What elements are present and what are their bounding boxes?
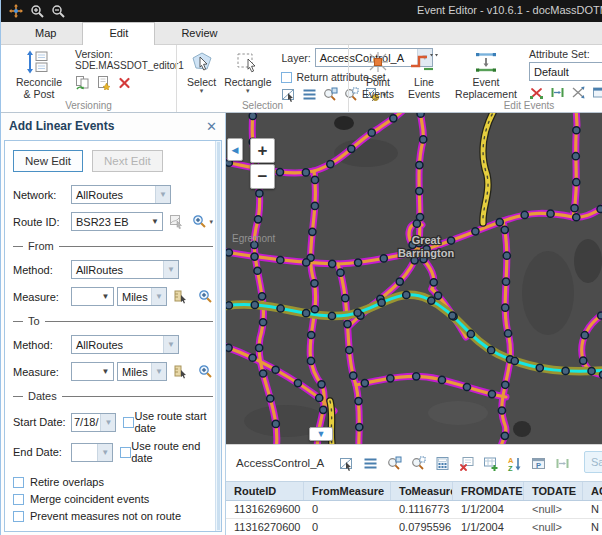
chevron-down-icon: ▼ xyxy=(98,288,113,305)
chevron-down-icon: ▼ xyxy=(155,186,170,203)
delete-version-icon[interactable] xyxy=(117,75,132,90)
reconcile-icon[interactable] xyxy=(75,75,90,90)
collapse-table-button[interactable]: ▼ xyxy=(309,427,333,441)
to-unit-dropdown[interactable]: Miles ▼ xyxy=(117,362,167,381)
next-edit-button[interactable]: Next Edit xyxy=(92,150,163,172)
start-date-picker[interactable]: 7/18/ ▼ xyxy=(71,413,116,432)
column-header-todate[interactable]: TODATE xyxy=(524,482,583,500)
measure-on-map-icon[interactable] xyxy=(174,289,189,304)
add-record-icon[interactable] xyxy=(483,456,498,471)
zoom-out-icon[interactable] xyxy=(49,3,67,19)
reconcile-post-button[interactable]: Reconcile & Post xyxy=(7,48,71,102)
end-date-picker[interactable]: ▼ xyxy=(71,443,113,462)
column-header-accesscontrol[interactable]: AC xyxy=(583,482,602,500)
map-graphics: Egremont Great Barrington xyxy=(226,113,602,444)
show-records-icon[interactable] xyxy=(363,456,378,471)
zoom-to-selection-icon[interactable] xyxy=(387,456,402,471)
version-value: SDE.MASSDOT_editor1 xyxy=(75,60,184,71)
clear-selection-icon[interactable] xyxy=(459,456,474,471)
route-id-value: BSR23 EB xyxy=(72,216,147,228)
map-canvas[interactable]: Egremont Great Barrington ◀ + − ▼ xyxy=(226,113,602,444)
column-header-fromdate[interactable]: FROMDATE xyxy=(453,482,524,500)
new-version-icon[interactable] xyxy=(96,75,111,90)
column-header-tomeasure[interactable]: ToMeasure xyxy=(391,482,453,500)
zoom-options-caret[interactable]: ▾ xyxy=(209,219,213,225)
table-layer-name: AccessControl_A xyxy=(236,457,324,469)
route-id-dropdown[interactable]: BSR23 EB ▼ xyxy=(71,212,163,231)
event-window-icon[interactable] xyxy=(592,85,602,100)
map-zoom-in-button[interactable]: + xyxy=(250,138,275,163)
merge-events-icon[interactable] xyxy=(571,85,586,100)
group-selection: Select ▾ Rectangle ▾ Layer: AccessContro… xyxy=(176,45,348,112)
use-route-end-date-checkbox[interactable] xyxy=(120,447,131,458)
column-header-frommeasure[interactable]: FromMeasure xyxy=(304,482,391,500)
zoom-in-icon[interactable] xyxy=(28,3,46,19)
point-events-label: Point Events xyxy=(359,76,397,100)
to-unit-value: Miles xyxy=(118,366,151,378)
new-edit-button[interactable]: New Edit xyxy=(13,150,83,172)
sort-icon[interactable]: AZ xyxy=(507,456,522,471)
title-bar: Event Editor - v10.6.1 - docMassDOTM xyxy=(1,0,602,22)
rectangle-dropdown-caret: ▾ xyxy=(246,88,250,94)
use-route-start-date-checkbox[interactable] xyxy=(123,417,134,428)
tab-edit[interactable]: Edit xyxy=(82,22,155,45)
point-events-button[interactable]: Point Events xyxy=(355,48,401,102)
from-method-label: Method: xyxy=(13,264,71,276)
dates-section-separator: Dates xyxy=(13,390,213,402)
close-icon[interactable]: ✕ xyxy=(206,119,217,134)
select-route-on-map-icon[interactable] xyxy=(169,214,184,229)
minus-icon: − xyxy=(258,167,268,187)
identify-icon[interactable]: P xyxy=(531,456,546,471)
from-method-dropdown[interactable]: AllRoutes ▼ xyxy=(71,260,179,279)
table-row[interactable]: 11316270600 0 0.0795596 1/1/2004 <null> … xyxy=(226,519,602,535)
from-unit-dropdown[interactable]: Miles ▼ xyxy=(117,287,167,306)
prevent-measures-checkbox[interactable] xyxy=(13,511,24,522)
version-label: Version: xyxy=(75,48,184,60)
from-measure-combo[interactable]: ▼ xyxy=(71,287,114,306)
to-method-value: AllRoutes xyxy=(72,339,163,351)
split-event-icon[interactable] xyxy=(529,85,544,100)
retire-overlaps-checkbox[interactable] xyxy=(13,477,24,488)
select-button[interactable]: Select ▾ xyxy=(183,48,220,96)
point-events-icon xyxy=(365,50,391,74)
start-date-value: 7/18/ xyxy=(72,416,100,428)
map-zoom-out-button[interactable]: − xyxy=(250,164,275,189)
column-header-routeid[interactable]: RouteID xyxy=(226,482,304,500)
select-features-icon[interactable] xyxy=(339,456,354,471)
zoom-to-measure-icon[interactable] xyxy=(198,364,213,379)
panel-scrollbar[interactable] xyxy=(215,141,221,531)
tab-review[interactable]: Review xyxy=(155,23,243,45)
to-measure-combo[interactable]: ▼ xyxy=(71,362,114,381)
table-row[interactable]: 11316269600 0 0.1116773 1/1/2004 <null> … xyxy=(226,501,602,519)
line-events-label: Line Events xyxy=(405,76,443,100)
field-calculator-icon[interactable] xyxy=(435,456,450,471)
pan-icon[interactable] xyxy=(7,3,25,19)
chevron-down-icon: ▼ xyxy=(98,363,113,380)
pan-to-selection-icon[interactable] xyxy=(411,456,426,471)
start-date-label: Start Date: xyxy=(13,416,71,428)
save-button[interactable]: Sa xyxy=(584,451,602,473)
zoom-to-measure-icon[interactable] xyxy=(198,289,213,304)
network-dropdown[interactable]: AllRoutes ▼ xyxy=(71,185,171,204)
measure-event-icon[interactable] xyxy=(550,85,565,100)
return-attribute-set-checkbox[interactable] xyxy=(281,72,292,83)
prevent-measures-label: Prevent measures not on route xyxy=(30,510,181,522)
ribbon-tabs: Map Edit Review xyxy=(1,22,602,45)
measure-icon[interactable] xyxy=(555,456,570,471)
reconcile-post-icon xyxy=(26,50,52,74)
rectangle-select-button[interactable]: Rectangle ▾ xyxy=(220,48,275,96)
cell-routeid: 11316270600 xyxy=(226,519,304,535)
tab-map[interactable]: Map xyxy=(9,23,82,45)
use-route-start-date-label: Use route start date xyxy=(134,410,213,434)
collapse-panel-left-button[interactable]: ◀ xyxy=(227,138,243,161)
to-method-dropdown[interactable]: AllRoutes ▼ xyxy=(71,335,179,354)
merge-coincident-events-checkbox[interactable] xyxy=(13,494,24,505)
attribute-set-dropdown[interactable]: Default ▼ xyxy=(529,62,602,81)
cell-todate: <null> xyxy=(524,501,583,518)
zoom-to-route-icon[interactable] xyxy=(192,214,207,229)
attribute-set-label: Attribute Set: xyxy=(529,48,602,60)
event-replacement-button[interactable]: Event Replacement xyxy=(447,48,525,102)
event-editor-window: Event Editor - v10.6.1 - docMassDOTM Map… xyxy=(0,0,602,535)
line-events-button[interactable]: Line Events xyxy=(401,48,447,102)
measure-on-map-icon[interactable] xyxy=(174,364,189,379)
